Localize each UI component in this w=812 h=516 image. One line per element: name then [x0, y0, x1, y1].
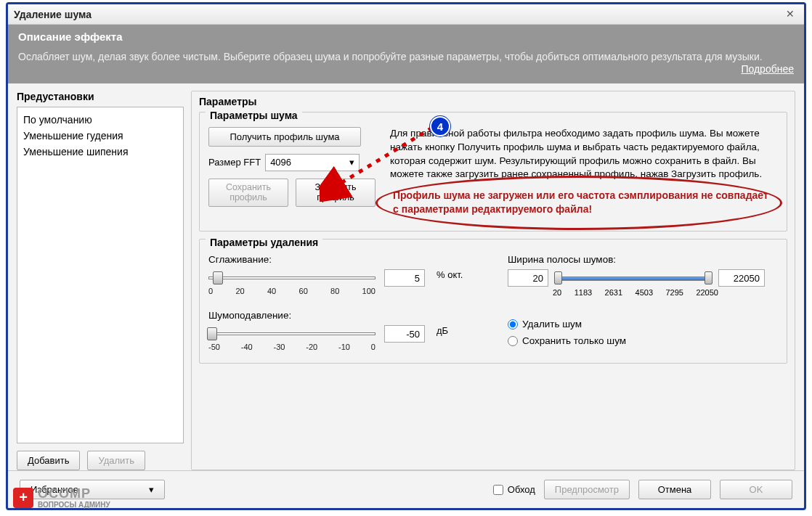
- tick: 100: [362, 287, 375, 295]
- watermark-icon: +: [13, 488, 33, 508]
- bypass-label: Обход: [508, 484, 535, 495]
- remove-preset-button[interactable]: Удалить: [87, 451, 145, 470]
- preset-item[interactable]: Уменьшение гудения: [23, 128, 177, 144]
- smoothing-label: Сглаживание:: [208, 254, 479, 265]
- parameters-title: Параметры: [192, 91, 795, 112]
- cancel-button[interactable]: Отмена: [638, 480, 711, 499]
- tick: 80: [330, 287, 339, 295]
- removal-params-title: Параметры удаления: [206, 237, 322, 248]
- tick: 7295: [665, 288, 683, 297]
- dropdown-icon[interactable]: ▾: [349, 157, 354, 168]
- save-profile-button[interactable]: Сохранить профиль: [208, 179, 288, 207]
- remove-noise-label: Удалить шум: [522, 319, 582, 329]
- reduction-label: Шумоподавление:: [208, 310, 479, 321]
- remove-noise-radio[interactable]: [508, 319, 518, 329]
- titlebar: Удаление шума ✕: [8, 4, 804, 25]
- tick: 4503: [636, 288, 653, 297]
- tick: 0: [208, 287, 213, 295]
- more-link[interactable]: Подробнее: [741, 62, 794, 76]
- noise-params-title: Параметры шума: [206, 110, 302, 121]
- tick: -50: [208, 343, 220, 351]
- chevron-down-icon: ▾: [149, 484, 154, 495]
- reduction-value[interactable]: [384, 325, 425, 343]
- noise-band-label: Ширина полосы шумов:: [508, 254, 778, 265]
- tick: 20: [553, 288, 561, 297]
- presets-title: Предустановки: [17, 91, 184, 102]
- tick: -30: [274, 343, 285, 351]
- effect-description-text: Ослабляет шум, делая звук более чистым. …: [18, 51, 763, 62]
- tick: 22050: [696, 288, 718, 297]
- load-profile-button[interactable]: Загрузить профиль: [296, 179, 375, 207]
- preset-list[interactable]: По умолчанию Уменьшение гудения Уменьшен…: [17, 107, 184, 443]
- tick: 1183: [575, 288, 592, 297]
- watermark-tag: ВОПРОСЫ АДМИНУ: [38, 501, 110, 509]
- noise-params-fieldset: Параметры шума Получить профиль шума Раз…: [199, 112, 787, 232]
- noise-removal-dialog: Удаление шума ✕ Описание эффекта Ослабля…: [6, 2, 806, 510]
- fft-size-label: Размер FFT: [208, 157, 261, 168]
- band-high-value[interactable]: [718, 269, 765, 287]
- tick: 0: [371, 343, 375, 351]
- effect-description-body: Ослабляет шум, делая звук более чистым. …: [8, 46, 804, 83]
- ok-button[interactable]: OK: [720, 480, 792, 499]
- add-preset-button[interactable]: Добавить: [17, 451, 80, 470]
- noise-help-text: Для правильной работы фильтра необходимо…: [390, 127, 778, 182]
- tick: 40: [267, 287, 276, 295]
- tick: 60: [299, 287, 308, 295]
- tick: -20: [306, 343, 317, 351]
- bypass-checkbox[interactable]: [493, 485, 503, 495]
- preset-item[interactable]: Уменьшение шипения: [23, 144, 177, 160]
- dialog-footer: Избранное ▾ Обход Предпросмотр Отмена OK: [8, 470, 804, 508]
- reduction-unit: дБ: [437, 325, 448, 336]
- close-icon[interactable]: ✕: [782, 8, 798, 21]
- watermark: + OCOMP ВОПРОСЫ АДМИНУ: [13, 486, 110, 509]
- keep-noise-radio-row[interactable]: Сохранить только шум: [508, 335, 778, 346]
- presets-panel: Предустановки По умолчанию Уменьшение гу…: [17, 91, 184, 470]
- smoothing-value[interactable]: [384, 269, 425, 287]
- preset-item[interactable]: По умолчанию: [23, 112, 177, 128]
- noise-band-slider[interactable]: 20 1183 2631 4503 7295 22050: [557, 269, 710, 298]
- get-noise-profile-button[interactable]: Получить профиль шума: [208, 127, 361, 147]
- effect-description-header: Описание эффекта: [8, 25, 804, 46]
- tick: -40: [241, 343, 253, 351]
- keep-noise-label: Сохранить только шум: [522, 335, 626, 346]
- tick: -10: [338, 343, 350, 351]
- band-low-value[interactable]: [508, 269, 548, 287]
- smoothing-unit: % окт.: [437, 269, 463, 280]
- preview-button[interactable]: Предпросмотр: [544, 480, 630, 499]
- fft-size-combo[interactable]: [265, 154, 360, 171]
- reduction-slider[interactable]: -50 -40 -30 -20 -10 0: [208, 325, 375, 354]
- remove-noise-radio-row[interactable]: Удалить шум: [508, 319, 778, 329]
- removal-params-fieldset: Параметры удаления Сглаживание: 0 20: [199, 239, 787, 364]
- main-content: Предустановки По умолчанию Уменьшение гу…: [8, 83, 804, 470]
- tick: 2631: [605, 288, 622, 297]
- watermark-brand: OCOMP: [38, 486, 91, 501]
- keep-noise-radio[interactable]: [508, 336, 518, 346]
- parameters-panel: Параметры Параметры шума Получить профил…: [191, 91, 795, 470]
- smoothing-slider[interactable]: 0 20 40 60 80 100: [208, 269, 375, 298]
- tick: 20: [235, 287, 244, 295]
- error-callout: Профиль шума не загружен или его частота…: [390, 189, 778, 222]
- dialog-title: Удаление шума: [14, 9, 92, 20]
- error-oval-annotation: [375, 176, 782, 230]
- bypass-checkbox-row[interactable]: Обход: [493, 484, 535, 495]
